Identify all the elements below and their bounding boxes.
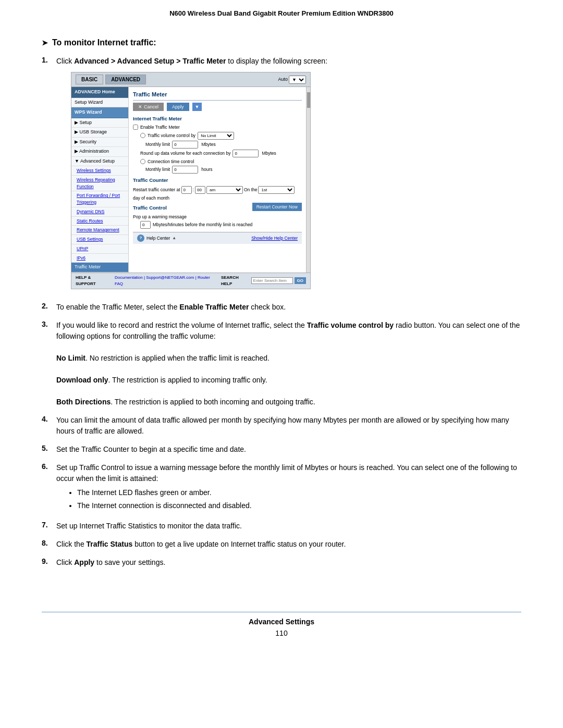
no-limit-term: No Limit: [56, 354, 85, 362]
step-9-suffix: to save your settings.: [94, 558, 165, 566]
step-4: 4. You can limit the amount of data traf…: [42, 415, 521, 437]
router-screenshot: BASIC ADVANCED Auto ▼ ADVANCED Home Setu…: [71, 72, 311, 289]
step-9-prefix: Click: [56, 558, 74, 566]
cancel-x-icon: ✕: [138, 104, 142, 109]
restart-time2-input[interactable]: [195, 186, 205, 194]
sidebar-usb-storage[interactable]: ▶ USB Storage: [71, 128, 128, 138]
search-help-input[interactable]: [251, 277, 293, 284]
round-up-input[interactable]: [232, 150, 259, 157]
popup-value-input[interactable]: [140, 221, 151, 229]
step-2-bold: Enable Traffic Meter: [179, 303, 249, 311]
step-1-text: Click Advanced > Advanced Setup > Traffi…: [56, 56, 327, 294]
sidebar-wireless-settings[interactable]: Wireless Settings: [71, 166, 128, 176]
monthly-limit2-label: Monthly limit: [145, 166, 170, 173]
both-directions-term: Both Directions: [56, 398, 111, 406]
download-only-desc: . The restriction is applied to incoming…: [108, 376, 267, 384]
connection-time-row: Connection time control: [133, 158, 302, 165]
step-2-prefix: To enable the Traffic Meter, select the: [56, 303, 179, 311]
sidebar-wps-wizard[interactable]: WPS Wizard: [71, 107, 128, 118]
step-6-bullet-1: The Internet LED flashes green or amber.: [77, 487, 521, 498]
header-title: N600 Wireless Dual Band Gigabit Router P…: [169, 9, 394, 17]
popup-unit-label: Mbytes/Minutes before the monthly limit …: [153, 221, 252, 228]
download-only-term: Download only: [56, 376, 108, 384]
step-9-text: Click Apply to save your settings.: [56, 557, 165, 568]
traffic-volume-label: Traffic volume control by: [148, 132, 195, 139]
restart-label: Restart traffic counter at: [133, 187, 180, 193]
sidebar-port-forwarding[interactable]: Port Forwarding / PortTriggering: [71, 191, 128, 207]
restart-ampm-select[interactable]: am: [206, 186, 243, 194]
no-limit-select[interactable]: No Limit: [198, 132, 234, 140]
monthly-limit-label: Monthly limit: [145, 141, 170, 148]
step-8-prefix: Click the: [56, 540, 87, 548]
help-expand-icon[interactable]: ▲: [172, 235, 176, 241]
sidebar-ipv6[interactable]: IPv6: [71, 254, 128, 263]
router-sidebar: ADVANCED Home Setup Wizard WPS Wizard ▶ …: [71, 87, 129, 273]
sidebar-advanced-setup[interactable]: ▼ Advanced Setup: [71, 157, 128, 167]
sidebar-traffic-meter[interactable]: Traffic Meter: [71, 263, 128, 273]
scrollbar[interactable]: [306, 87, 310, 273]
tab-advanced[interactable]: ADVANCED: [105, 75, 146, 84]
enable-traffic-meter-checkbox[interactable]: [133, 125, 138, 130]
monthly-limit-unit: Mbytes: [201, 141, 215, 148]
restart-time-input[interactable]: [181, 186, 192, 194]
auto-select[interactable]: ▼: [289, 76, 306, 84]
step-8-bold: Traffic Status: [87, 540, 133, 548]
tab-basic[interactable]: BASIC: [76, 75, 103, 84]
restart-period-label: day of each month: [133, 195, 169, 202]
restart-counter-button[interactable]: Restart Counter Now: [252, 203, 302, 211]
connection-time-radio[interactable]: [140, 159, 145, 164]
popup-row: Pop up a warning message: [133, 214, 302, 220]
step-6: 6. Set up Traffic Control to issue a war…: [42, 462, 521, 513]
step-7-text: Set up Internet Traffic Statistics to mo…: [56, 521, 242, 532]
footer-page: 110: [275, 629, 287, 637]
restart-day-select[interactable]: 1st: [258, 186, 295, 194]
scrollbar-thumb: [307, 92, 310, 108]
go-button[interactable]: GO: [295, 277, 306, 284]
step-8: 8. Click the Traffic Status button to ge…: [42, 539, 521, 550]
step-7: 7. Set up Internet Traffic Statistics to…: [42, 521, 521, 532]
apply-arrow-button[interactable]: ▼: [192, 103, 202, 111]
monthly-limit-input[interactable]: [172, 141, 198, 149]
step-1: 1. Click Advanced > Advanced Setup > Tra…: [42, 56, 521, 294]
action-bar: ✕ Cancel Apply ▼: [133, 103, 302, 111]
cancel-button[interactable]: ✕ Cancel: [133, 103, 164, 111]
sidebar-wireless-repeating[interactable]: Wireless RepeatingFunction: [71, 176, 128, 192]
popup-value-row: Mbytes/Minutes before the monthly limit …: [133, 221, 302, 229]
enable-traffic-meter-label: Enable Traffic Meter: [140, 124, 180, 131]
traffic-volume-radio[interactable]: [140, 133, 145, 138]
section-heading: ➤ To monitor Internet traffic:: [42, 38, 521, 47]
sidebar-upnp[interactable]: UPnP: [71, 244, 128, 254]
sidebar-advanced-home[interactable]: ADVANCED Home: [71, 87, 128, 98]
tc-title: Traffic Counter: [133, 177, 302, 184]
monthly-limit-row: Monthly limit Mbytes: [133, 141, 302, 149]
round-up-row: Round up data volume for each connection…: [133, 150, 302, 157]
step-5-num: 5.: [42, 444, 52, 452]
bottom-links[interactable]: Documentation | Support@NETGEAR.com | Ro…: [115, 275, 218, 287]
monthly-limit2-row: Monthly limit hours: [133, 166, 302, 174]
step-3-bold: Traffic volume control by: [307, 321, 394, 329]
sidebar-static-routes[interactable]: Static Routes: [71, 217, 128, 226]
apply-button[interactable]: Apply: [167, 103, 189, 111]
sidebar-administration[interactable]: ▶ Administration: [71, 147, 128, 157]
sidebar-setup-wizard[interactable]: Setup Wizard: [71, 98, 128, 108]
step-1-num: 1.: [42, 56, 52, 64]
show-hide-help-link[interactable]: Show/Hide Help Center: [251, 235, 298, 242]
sidebar-usb-settings[interactable]: USB Settings: [71, 235, 128, 244]
step-9-num: 9.: [42, 557, 52, 565]
step-3-text: If you would like to record and restrict…: [56, 320, 521, 408]
no-limit-desc: . No restriction is applied when the tra…: [85, 354, 270, 362]
router-main-panel: Traffic Meter ✕ Cancel Apply: [129, 87, 306, 273]
step-5: 5. Set the Traffic Counter to begin at a…: [42, 444, 521, 455]
router-body: ADVANCED Home Setup Wizard WPS Wizard ▶ …: [71, 87, 310, 273]
restart-on-label: On the: [244, 187, 258, 193]
step-6-bullets: The Internet LED flashes green or amber.…: [56, 487, 521, 511]
enable-traffic-meter-row: Enable Traffic Meter: [133, 124, 302, 131]
sidebar-remote-management[interactable]: Remote Management: [71, 226, 128, 235]
sidebar-security[interactable]: ▶ Security: [71, 138, 128, 147]
restart-counter-row: Restart traffic counter at : am On the: [133, 186, 302, 202]
step-9: 9. Click Apply to save your settings.: [42, 557, 521, 568]
monthly-limit2-input[interactable]: [172, 166, 198, 174]
sidebar-dynamic-dns[interactable]: Dynamic DNS: [71, 207, 128, 217]
step-8-num: 8.: [42, 539, 52, 547]
sidebar-setup[interactable]: ▶ Setup: [71, 118, 128, 128]
